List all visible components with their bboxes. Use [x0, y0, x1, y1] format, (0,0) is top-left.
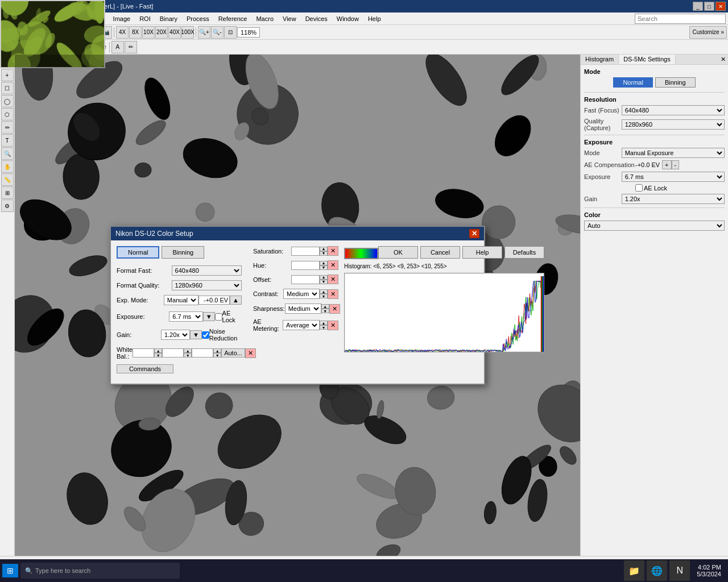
exp-mode-field-select[interactable]: Manual Exposure Auto Exposure	[622, 148, 725, 158]
white-bal-g[interactable]: 1.00	[162, 348, 184, 357]
help-button[interactable]: Help	[462, 246, 502, 259]
offset-down[interactable]: ▼	[320, 280, 328, 284]
zoom-tool-left[interactable]: 🔍	[1, 147, 14, 160]
ae-metering-select[interactable]: Average Center Spot	[283, 320, 320, 330]
draw-tool[interactable]: ✏	[125, 41, 137, 53]
taskbar-nis[interactable]: N	[669, 560, 690, 581]
noise-reduction-checkbox[interactable]	[202, 331, 209, 339]
menu-reference[interactable]: Reference	[214, 13, 252, 25]
ok-button[interactable]: OK	[378, 246, 418, 259]
maximize-button[interactable]: □	[704, 2, 714, 11]
zoom-8x[interactable]: 8X	[129, 26, 142, 39]
search-input[interactable]	[635, 14, 726, 24]
offset-input[interactable]: 0.00	[291, 275, 320, 284]
right-panel-close[interactable]: ✕	[718, 55, 728, 64]
ae-metering-down[interactable]: ▼	[320, 325, 328, 330]
quality-capture-select[interactable]: 640x480 1280x960 2560x1920	[622, 119, 725, 130]
white-bal-b-down[interactable]: ▼	[213, 353, 221, 357]
zoom-4x[interactable]: 4X	[116, 26, 129, 39]
normal-mode-btn[interactable]: Normal	[613, 77, 652, 88]
exp-offset-input[interactable]	[198, 296, 230, 305]
contrast-select[interactable]: Low Medium High	[283, 289, 320, 299]
menu-window[interactable]: Window	[332, 13, 363, 25]
white-bal-b-up[interactable]: ▲	[213, 348, 221, 353]
close-button[interactable]: ✕	[715, 2, 726, 11]
annotation-tool[interactable]: A	[111, 41, 124, 53]
ae-metering-reset[interactable]: ✕	[328, 321, 338, 330]
zoom-fit[interactable]: ⊡	[224, 26, 237, 39]
offset-up[interactable]: ▲	[320, 275, 328, 280]
exp-mode-select[interactable]: Manual Auto	[164, 295, 198, 305]
zoom-40x[interactable]: 40X	[168, 26, 181, 39]
search-bar[interactable]: 🔍 Type here to search	[20, 563, 180, 579]
white-bal-g-down[interactable]: ▼	[184, 353, 192, 357]
zoom-out-button[interactable]: 🔍-	[211, 26, 224, 39]
auto-white-bal-button[interactable]: Auto...	[221, 348, 245, 357]
white-bal-r-down[interactable]: ▼	[154, 353, 162, 357]
sharpness-select[interactable]: Low Medium High	[285, 304, 321, 314]
offset-reset[interactable]: ✕	[328, 275, 338, 284]
menu-image[interactable]: Image	[109, 13, 135, 25]
taskbar-browser[interactable]: 🌐	[647, 560, 667, 581]
color-select[interactable]: Auto Manual	[584, 221, 725, 231]
gain-field-select[interactable]: 1.00x 1.20x 1.50x	[622, 194, 725, 204]
menu-macro[interactable]: Macro	[251, 13, 278, 25]
customize-button[interactable]: Customize »	[689, 26, 727, 39]
defaults-button[interactable]: Defaults	[504, 246, 544, 259]
ae-lock-checkbox[interactable]	[215, 313, 222, 321]
pen-tool-left[interactable]: ✏	[1, 121, 14, 134]
zoom-level[interactable]: 118%	[237, 27, 260, 38]
hue-up[interactable]: ▲	[320, 261, 328, 265]
menu-process[interactable]: Process	[182, 13, 214, 25]
sharpness-up[interactable]: ▲	[321, 304, 329, 309]
rect-tool-left[interactable]: ☐	[1, 82, 14, 94]
white-bal-b[interactable]: 1.22	[192, 348, 213, 357]
cancel-button[interactable]: Cancel	[420, 246, 460, 259]
taskbar-explorer[interactable]: 📁	[624, 560, 644, 581]
zoom-100x[interactable]: 100X	[181, 26, 194, 39]
zoom-10x[interactable]: 10X	[142, 26, 155, 39]
settings-tool-left[interactable]: ⚙	[1, 199, 14, 212]
contrast-reset[interactable]: ✕	[328, 289, 338, 299]
exp-offset-up[interactable]: ▲	[230, 296, 242, 305]
ae-lock-field-checkbox[interactable]	[635, 184, 643, 192]
hex-tool-left[interactable]: ⬡	[1, 108, 14, 120]
menu-devices[interactable]: Devices	[301, 13, 332, 25]
saturation-up[interactable]: ▲	[320, 247, 328, 251]
gain-select[interactable]: 1.00x 1.20x 1.50x	[161, 330, 190, 340]
menu-help[interactable]: Help	[363, 13, 386, 25]
calibrate-tool-left[interactable]: ⊞	[1, 186, 14, 199]
saturation-input[interactable]: 0.00	[291, 247, 320, 256]
exposure-dropdown[interactable]: ▼	[203, 312, 215, 321]
saturation-reset[interactable]: ✕	[328, 246, 338, 256]
ae-comp-minus[interactable]: -	[672, 160, 680, 169]
contrast-down[interactable]: ▼	[320, 294, 328, 298]
sharpness-down[interactable]: ▼	[321, 309, 329, 313]
format-fast-select[interactable]: 640x480 1280x960 2560x1920	[172, 265, 242, 276]
text-tool-left[interactable]: T	[1, 134, 14, 147]
normal-mode-button[interactable]: Normal	[117, 246, 159, 259]
zoom-in-button[interactable]: 🔍+	[198, 26, 210, 39]
menu-roi[interactable]: ROI	[135, 13, 155, 25]
saturation-down[interactable]: ▼	[320, 251, 328, 256]
menu-binary[interactable]: Binary	[155, 13, 182, 25]
tab-ds5mc-settings[interactable]: DS-5Mc Settings	[619, 55, 676, 64]
minimize-button[interactable]: _	[693, 2, 703, 11]
white-bal-g-up[interactable]: ▲	[184, 348, 192, 353]
measure-tool-left[interactable]: 📏	[1, 173, 14, 186]
sharpness-reset[interactable]: ✕	[329, 304, 340, 314]
format-quality-select[interactable]: 640x480 1280x960 2560x1920	[172, 280, 242, 290]
hue-down[interactable]: ▼	[320, 265, 328, 270]
white-bal-r-up[interactable]: ▲	[154, 348, 162, 353]
menu-view[interactable]: View	[278, 13, 301, 25]
zoom-20x[interactable]: 20X	[155, 26, 168, 39]
pan-tool-left[interactable]: ✋	[1, 160, 14, 173]
tab-histogram[interactable]: Histogram	[581, 55, 619, 64]
contrast-up[interactable]: ▲	[320, 289, 328, 294]
binning-mode-button[interactable]: Binning	[162, 246, 204, 259]
fast-focus-select[interactable]: 640x480 1280x960 2560x1920	[622, 105, 725, 115]
commands-dropdown-button[interactable]: Commands	[117, 364, 173, 373]
start-button[interactable]: ⊞	[2, 564, 18, 577]
ae-metering-up[interactable]: ▲	[320, 321, 328, 325]
dialog-close-button[interactable]: ✕	[469, 229, 479, 238]
